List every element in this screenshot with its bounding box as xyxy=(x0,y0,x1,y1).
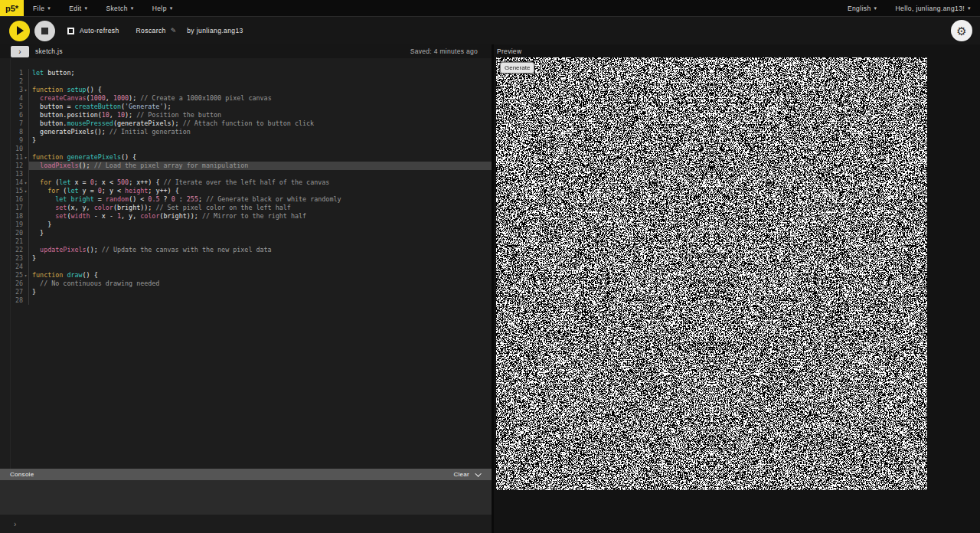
code-line[interactable]: 12 loadPixels(); // Load the pixel array… xyxy=(0,162,492,170)
fold-arrow-icon[interactable]: ▾ xyxy=(23,178,29,187)
menu-sketch[interactable]: Sketch ▾ xyxy=(96,0,142,16)
gutter-spacer xyxy=(23,288,29,296)
code-line[interactable]: 28 xyxy=(0,296,492,305)
code-line[interactable]: 22 updatePixels(); // Update the canvas … xyxy=(0,246,492,254)
code-line[interactable]: 14▾ for (let x = 0; x < 500; x++) { // I… xyxy=(0,178,492,187)
menu-edit[interactable]: Edit ▾ xyxy=(60,0,96,16)
fold-arrow-icon[interactable]: ▾ xyxy=(23,187,29,195)
code-line[interactable]: 26 // No continuous drawing needed xyxy=(0,280,492,288)
code-line[interactable]: 13 xyxy=(0,170,492,178)
code-line[interactable]: 25▾function draw() { xyxy=(0,271,492,280)
user-greeting: Hello, junliang.ang13! xyxy=(896,5,965,12)
user-menu[interactable]: Hello, junliang.ang13! ▾ xyxy=(887,5,980,12)
code-text: } xyxy=(29,221,492,229)
stop-button[interactable] xyxy=(34,21,55,41)
chevron-down-icon: ▾ xyxy=(84,5,87,11)
code-line[interactable]: 10 xyxy=(0,145,492,153)
code-line[interactable]: 21 xyxy=(0,237,492,246)
code-line[interactable]: 4 createCanvas(1000, 1000); // Create a … xyxy=(0,94,492,103)
code-text: loadPixels(); // Load the pixel array fo… xyxy=(29,162,492,170)
main-split: › sketch.js Saved: 4 minutes ago 1let bu… xyxy=(0,44,980,533)
gutter-spacer xyxy=(23,170,29,178)
code-line[interactable]: 20 } xyxy=(0,229,492,237)
code-line[interactable]: 2 xyxy=(0,77,492,86)
gutter-spacer xyxy=(23,103,29,111)
line-number: 16 xyxy=(0,195,23,204)
line-number: 12 xyxy=(0,162,23,170)
auto-refresh-checkbox[interactable] xyxy=(67,28,74,34)
console-collapse-chevron-icon[interactable] xyxy=(475,470,481,476)
code-text: function generatePixels() { xyxy=(29,153,492,162)
code-line[interactable]: 8 generatePixels(); // Initial generatio… xyxy=(0,128,492,136)
line-number: 10 xyxy=(0,145,23,153)
code-text xyxy=(29,170,492,178)
line-number: 25 xyxy=(0,271,23,280)
sketch-byline: by junliang.ang13 xyxy=(187,27,243,34)
code-line[interactable]: 11▾function generatePixels() { xyxy=(0,153,492,162)
code-line[interactable]: 15▾ for (let y = 0; y < height; y++) { xyxy=(0,187,492,195)
preview-label: Preview xyxy=(497,47,521,55)
code-line[interactable]: 17 set(x, y, color(bright)); // Set pixe… xyxy=(0,204,492,212)
code-line[interactable]: 19 } xyxy=(0,221,492,229)
preview-canvas xyxy=(496,57,927,490)
code-line[interactable]: 5 button = createButton('Generate'); xyxy=(0,103,492,111)
code-line[interactable]: 9} xyxy=(0,136,492,145)
gear-icon: ⚙ xyxy=(956,25,966,37)
code-line[interactable]: 27} xyxy=(0,288,492,296)
gutter-spacer xyxy=(23,94,29,103)
code-line[interactable]: 7 button.mousePressed(generatePixels); /… xyxy=(0,119,492,128)
line-number: 21 xyxy=(0,237,23,246)
code-line[interactable]: 16 let bright = random() < 0.5 ? 0 : 255… xyxy=(0,195,492,204)
gutter-spacer xyxy=(23,77,29,86)
line-number: 23 xyxy=(0,254,23,263)
sidebar-expand-button[interactable]: › xyxy=(11,46,29,57)
code-line[interactable]: 3▾function setup() { xyxy=(0,86,492,94)
code-text xyxy=(29,263,492,271)
stop-icon xyxy=(41,28,48,34)
line-number: 20 xyxy=(0,229,23,237)
console-prompt-icon: › xyxy=(14,520,16,528)
code-line[interactable]: 1let button; xyxy=(0,69,492,77)
code-line[interactable]: 24 xyxy=(0,263,492,271)
code-lines: 1let button;2 3▾function setup() {4 crea… xyxy=(0,69,492,305)
auto-refresh-control: Auto-refresh xyxy=(67,27,119,34)
console-output xyxy=(0,480,492,515)
code-text: for (let y = 0; y < height; y++) { xyxy=(29,187,492,195)
sketch-name-wrap: Roscarch ✎ by junliang.ang13 xyxy=(136,27,243,34)
code-text: function draw() { xyxy=(29,271,492,280)
play-button[interactable] xyxy=(9,21,30,41)
line-number: 22 xyxy=(0,246,23,254)
tab-sketch-js[interactable]: sketch.js xyxy=(32,47,66,55)
menu-file[interactable]: File ▾ xyxy=(24,0,60,16)
p5-web-editor: p5* File ▾ Edit ▾ Sketch ▾ Help ▾ Englis… xyxy=(0,0,980,533)
fold-arrow-icon[interactable]: ▾ xyxy=(23,86,29,94)
gutter-spacer xyxy=(23,145,29,153)
console-clear-button[interactable]: Clear xyxy=(453,471,469,478)
fold-arrow-icon[interactable]: ▾ xyxy=(23,271,29,280)
edit-name-pencil-icon[interactable]: ✎ xyxy=(171,27,177,34)
menu-help[interactable]: Help ▾ xyxy=(143,0,182,16)
code-text: updatePixels(); // Update the canvas wit… xyxy=(29,246,492,254)
fold-arrow-icon[interactable]: ▾ xyxy=(23,153,29,162)
line-number: 26 xyxy=(0,280,23,288)
language-selector[interactable]: English ▾ xyxy=(840,5,887,12)
code-line[interactable]: 23} xyxy=(0,254,492,263)
code-line[interactable]: 18 set(width - x - 1, y, color(bright));… xyxy=(0,212,492,221)
settings-button[interactable]: ⚙ xyxy=(951,20,972,41)
chevron-down-icon: ▾ xyxy=(47,5,51,11)
console-prompt-row[interactable]: › xyxy=(0,515,492,533)
p5-logo[interactable]: p5* xyxy=(0,0,24,16)
line-number: 4 xyxy=(0,94,23,103)
gutter-spacer xyxy=(23,280,29,288)
line-number: 9 xyxy=(0,136,23,145)
sketch-output: Generate xyxy=(496,57,927,490)
line-number: 5 xyxy=(0,103,23,111)
code-line[interactable]: 6 button.position(10, 10); // Position t… xyxy=(0,111,492,119)
generate-button[interactable]: Generate xyxy=(500,62,534,74)
line-number: 13 xyxy=(0,170,23,178)
editor-pane: › sketch.js Saved: 4 minutes ago 1let bu… xyxy=(0,44,494,533)
code-editor[interactable]: 1let button;2 3▾function setup() {4 crea… xyxy=(0,58,492,469)
code-text xyxy=(29,237,492,246)
menu-file-label: File xyxy=(33,5,44,12)
gutter-spacer xyxy=(23,263,29,271)
